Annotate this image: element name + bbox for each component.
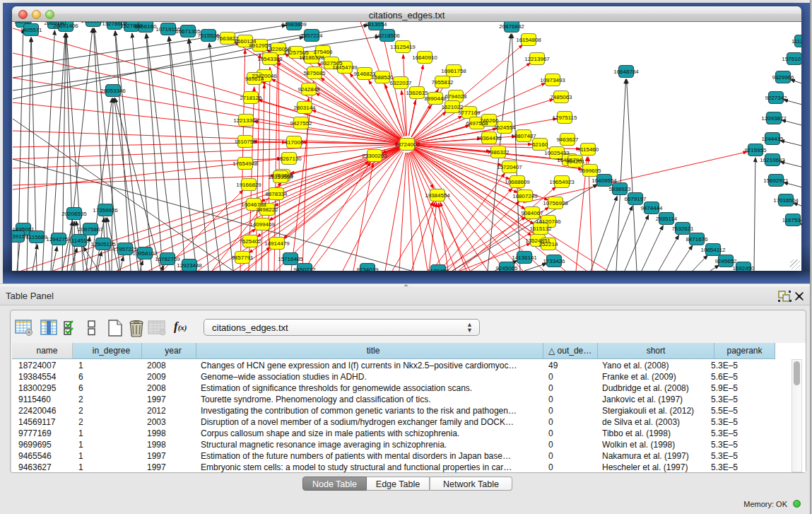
- svg-text:12213967: 12213967: [524, 56, 550, 62]
- svg-text:62160: 62160: [532, 141, 548, 148]
- svg-text:10543362: 10543362: [257, 56, 283, 62]
- svg-text:20975867: 20975867: [78, 226, 103, 233]
- svg-text:9245652: 9245652: [714, 258, 737, 264]
- svg-text:10025433: 10025433: [544, 150, 570, 156]
- svg-text:9777169: 9777169: [458, 110, 481, 116]
- svg-text:6794028: 6794028: [445, 93, 467, 100]
- svg-text:8215955: 8215955: [744, 147, 767, 153]
- svg-text:16154808: 16154808: [516, 37, 541, 43]
- svg-text:17016504: 17016504: [773, 197, 799, 204]
- svg-text:20206535: 20206535: [61, 211, 87, 217]
- svg-text:1170455: 1170455: [428, 268, 449, 271]
- svg-text:746266: 746266: [480, 117, 499, 124]
- svg-text:9242848: 9242848: [298, 86, 320, 93]
- svg-text:9857791: 9857791: [231, 255, 254, 261]
- svg-text:19166829: 19166829: [236, 182, 261, 188]
- svg-text:12213369: 12213369: [233, 117, 259, 124]
- svg-text:6322037: 6322037: [389, 80, 412, 86]
- svg-text:1692450: 1692450: [732, 265, 755, 271]
- svg-text:12093877: 12093877: [761, 115, 787, 122]
- svg-text:10807487: 10807487: [511, 133, 536, 139]
- svg-text:3624554: 3624554: [493, 124, 516, 131]
- svg-text:15751074: 15751074: [782, 56, 801, 62]
- svg-text:140557: 140557: [14, 22, 33, 25]
- svg-text:16120746: 16120746: [536, 218, 561, 225]
- svg-text:15692971: 15692971: [763, 177, 789, 184]
- svg-text:9450212: 9450212: [293, 267, 316, 271]
- svg-text:7857224: 7857224: [300, 33, 323, 39]
- svg-text:8990448: 8990448: [424, 95, 447, 102]
- svg-text:19654923: 19654923: [549, 179, 575, 185]
- svg-text:2803144: 2803144: [293, 105, 316, 111]
- svg-text:1167534: 1167534: [782, 217, 801, 223]
- svg-text:1114519: 1114519: [69, 238, 90, 244]
- svg-text:16983809: 16983809: [281, 22, 307, 28]
- svg-text:19218506: 19218506: [375, 33, 400, 39]
- svg-text:18807249: 18807249: [512, 193, 538, 199]
- svg-text:19384554: 19384554: [425, 192, 450, 199]
- svg-text:16782759: 16782759: [155, 256, 180, 262]
- svg-text:16961758: 16961758: [441, 68, 466, 74]
- svg-text:23300203: 23300203: [362, 153, 387, 159]
- svg-text:14136141: 14136141: [512, 255, 537, 261]
- svg-text:16640910: 16640910: [412, 54, 437, 61]
- svg-text:8471676: 8471676: [686, 236, 708, 243]
- svg-text:275466: 275466: [314, 49, 333, 55]
- svg-text:3498222: 3498222: [256, 206, 278, 213]
- svg-text:17654948: 17654948: [233, 160, 258, 167]
- svg-text:417006: 417006: [285, 139, 304, 146]
- svg-text:1244415: 1244415: [761, 136, 784, 142]
- svg-text:8878334: 8878334: [265, 191, 288, 197]
- svg-text:17359926: 17359926: [93, 207, 118, 214]
- svg-text:1835061: 1835061: [12, 226, 35, 233]
- svg-text:7485063: 7485063: [550, 94, 572, 100]
- svg-text:12942757: 12942757: [46, 236, 71, 243]
- svg-text:8813054: 8813054: [365, 22, 387, 28]
- svg-text:16409554: 16409554: [592, 177, 617, 184]
- svg-text:20364436: 20364436: [476, 135, 502, 141]
- svg-text:5875685: 5875685: [303, 70, 326, 76]
- svg-text:7955812: 7955812: [431, 79, 454, 86]
- svg-text:1610755: 1610755: [234, 139, 257, 145]
- svg-text:1405571: 1405571: [20, 27, 42, 33]
- svg-text:11353594: 11353594: [269, 174, 294, 180]
- svg-text:1733426: 1733426: [543, 258, 565, 264]
- svg-text:9699695: 9699695: [579, 168, 601, 174]
- svg-text:9245065: 9245065: [495, 265, 518, 271]
- svg-text:12975115: 12975115: [553, 115, 578, 121]
- svg-text:10756928: 10756928: [543, 200, 568, 206]
- svg-text:18724007: 18724007: [394, 141, 420, 148]
- svg-text:13267130: 13267130: [276, 156, 302, 162]
- svg-text:8234019: 8234019: [356, 267, 379, 271]
- svg-text:18454749: 18454749: [332, 64, 358, 71]
- svg-text:9463627: 9463627: [556, 136, 579, 143]
- svg-text:10688609: 10688609: [505, 179, 530, 185]
- svg-text:9084067: 9084067: [521, 210, 543, 216]
- svg-text:9115460: 9115460: [577, 146, 599, 153]
- svg-text:2718126: 2718126: [240, 95, 262, 101]
- svg-text:6966160: 6966160: [134, 23, 157, 30]
- svg-text:10654112: 10654112: [701, 247, 726, 253]
- svg-text:6679197: 6679197: [624, 196, 647, 202]
- svg-text:20691406: 20691406: [53, 23, 78, 29]
- svg-text:252214: 252214: [539, 241, 558, 247]
- svg-text:9227342: 9227342: [765, 95, 787, 101]
- svg-text:16648784: 16648784: [613, 69, 639, 75]
- svg-text:7625402: 7625402: [239, 238, 261, 245]
- svg-text:14914479: 14914479: [264, 240, 290, 247]
- svg-text:7986322: 7986322: [487, 149, 510, 156]
- svg-text:1615132: 1615132: [529, 226, 552, 232]
- svg-text:989614: 989614: [245, 76, 264, 82]
- svg-text:1112795: 1112795: [792, 38, 801, 45]
- svg-text:26053346: 26053346: [100, 88, 126, 94]
- svg-text:7632621: 7632621: [671, 226, 694, 232]
- svg-text:13125419: 13125419: [390, 44, 416, 50]
- svg-text:12923448: 12923448: [177, 262, 202, 269]
- svg-text:15720407: 15720407: [497, 164, 522, 170]
- svg-text:20876842: 20876842: [499, 23, 524, 30]
- svg-text:16210643: 16210643: [760, 157, 785, 163]
- svg-text:2935114: 2935114: [656, 216, 678, 222]
- svg-text:14099469: 14099469: [249, 221, 275, 228]
- svg-text:1115689: 1115689: [26, 234, 48, 240]
- svg-text:9474444: 9474444: [640, 205, 663, 211]
